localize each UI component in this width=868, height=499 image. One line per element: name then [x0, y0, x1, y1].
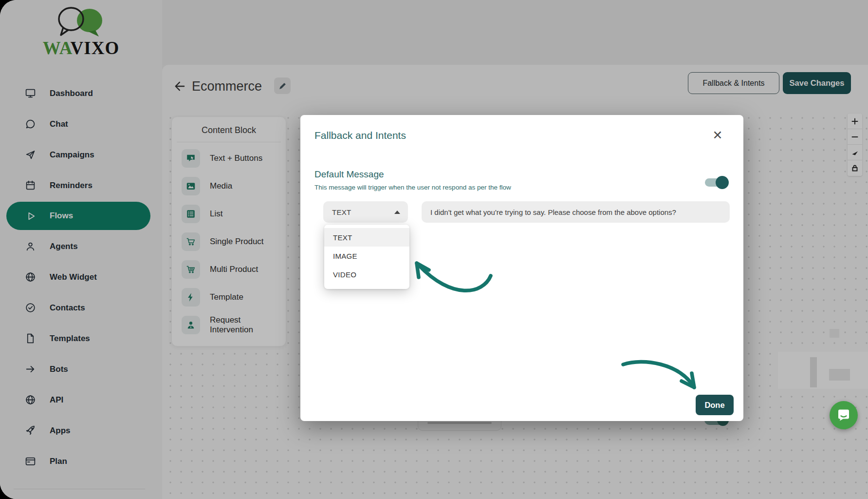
menu-option-image[interactable]: IMAGE: [324, 247, 409, 265]
toggle-knob: [716, 176, 729, 189]
message-type-select[interactable]: TEXT: [323, 201, 408, 223]
menu-option-video[interactable]: VIDEO: [324, 265, 409, 284]
message-type-value: TEXT: [332, 208, 351, 216]
modal-title: Fallback and Intents: [314, 130, 406, 141]
close-icon[interactable]: ✕: [710, 128, 725, 142]
menu-option-text[interactable]: TEXT: [324, 228, 409, 247]
chat-launcher-icon: [836, 408, 851, 422]
default-message-input[interactable]: I didn't get what you're trying to say. …: [422, 201, 730, 223]
chevron-up-icon: [394, 211, 400, 214]
default-message-value: I didn't get what you're trying to say. …: [430, 208, 676, 216]
default-message-title: Default Message: [314, 169, 384, 180]
fallback-intents-modal: Fallback and Intents ✕ Default Message T…: [300, 115, 743, 421]
default-message-toggle[interactable]: [703, 175, 729, 190]
message-type-menu: TEXT IMAGE VIDEO: [324, 225, 409, 289]
done-button[interactable]: Done: [696, 395, 734, 415]
app-window: WAVIXO Dashboard Chat Campaigns Reminder…: [0, 0, 868, 499]
default-message-subtitle: This message will trigger when the user …: [314, 184, 511, 191]
support-chat-launcher[interactable]: [830, 401, 858, 429]
